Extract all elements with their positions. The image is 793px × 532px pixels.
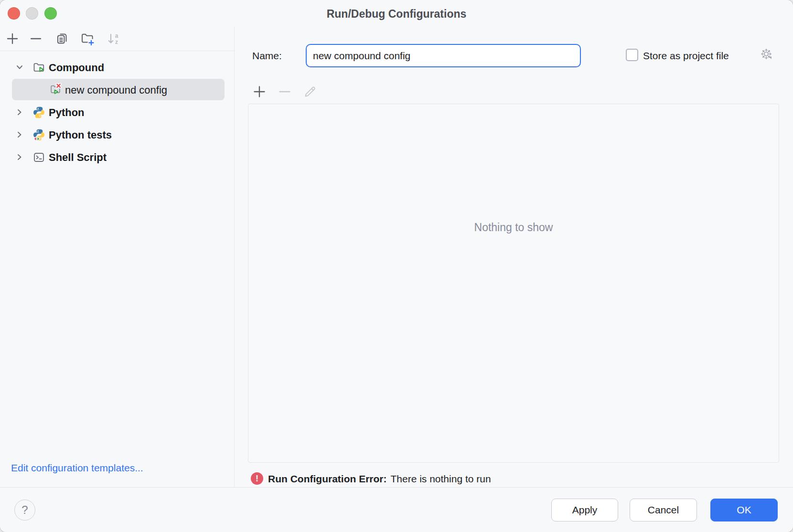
run-debug-configurations-dialog: Run/Debug Configurations [0, 0, 793, 532]
plus-icon [6, 32, 19, 45]
store-options-button[interactable] [759, 47, 775, 63]
compound-configurations-list: Nothing to show [248, 104, 779, 463]
shell-script-icon [32, 151, 45, 164]
edit-configuration-templates-link[interactable]: Edit configuration templates... [11, 462, 143, 474]
tree-item-shell-script[interactable]: Shell Script [0, 146, 234, 169]
compound-folder-icon [32, 61, 45, 74]
chevron-right-icon[interactable] [15, 107, 24, 117]
cancel-button[interactable]: Cancel [630, 499, 697, 521]
error-icon: ! [251, 472, 263, 485]
invalid-compound-config-icon [49, 83, 62, 96]
chevron-right-icon[interactable] [15, 152, 24, 162]
name-input[interactable] [306, 44, 581, 67]
copy-configuration-button[interactable] [55, 32, 69, 46]
svg-text:z: z [115, 39, 118, 45]
configurations-sidebar: a z Compound new compound con [0, 27, 234, 487]
tree-item-new-compound-config[interactable]: new compound config [0, 79, 234, 101]
help-button[interactable]: ? [14, 500, 35, 521]
tree-item-label: Python tests [49, 124, 112, 146]
error-detail: There is nothing to run [390, 473, 491, 484]
python-tests-icon [32, 128, 45, 141]
store-as-project-file-label: Store as project file [643, 44, 729, 67]
tree-item-compound[interactable]: Compound [0, 56, 234, 79]
plus-icon [252, 85, 267, 99]
sidebar-toolbar-divider [0, 51, 234, 51]
svg-text:a: a [115, 32, 118, 39]
apply-button[interactable]: Apply [551, 499, 618, 521]
edit-run-configuration-button[interactable] [302, 84, 317, 99]
add-configuration-button[interactable] [5, 32, 20, 46]
dialog-title: Run/Debug Configurations [0, 0, 793, 27]
new-folder-icon [80, 32, 95, 46]
new-folder-button[interactable] [80, 32, 95, 46]
pencil-icon [303, 85, 317, 99]
panel-divider [234, 27, 235, 487]
tree-item-label: Python [49, 101, 85, 124]
error-message: Run Configuration Error:There is nothing… [268, 472, 491, 485]
tree-item-python-tests[interactable]: Python tests [0, 124, 234, 146]
gear-icon [759, 47, 775, 63]
error-title: Run Configuration Error: [268, 473, 386, 484]
footer-divider [0, 487, 793, 488]
tree-item-label: Shell Script [49, 146, 107, 169]
tree-item-label: new compound config [65, 79, 167, 101]
remove-run-configuration-button[interactable] [277, 84, 292, 99]
chevron-right-icon[interactable] [15, 130, 24, 139]
ok-button[interactable]: OK [710, 499, 778, 521]
copy-icon [55, 32, 69, 45]
title-bar: Run/Debug Configurations [0, 0, 793, 27]
sort-configurations-button[interactable]: a z [107, 32, 121, 46]
add-run-configuration-button[interactable] [252, 84, 267, 99]
tree-item-python[interactable]: Python [0, 101, 234, 124]
python-icon [32, 106, 45, 119]
store-as-project-file-checkbox[interactable] [626, 49, 638, 61]
minus-icon [29, 32, 43, 45]
remove-configuration-button[interactable] [29, 32, 43, 46]
chevron-down-icon[interactable] [15, 63, 24, 72]
sort-az-icon: a z [107, 32, 121, 46]
minus-icon [278, 85, 292, 99]
tree-item-label: Compound [49, 56, 104, 79]
name-field-label: Name: [252, 44, 282, 67]
empty-state-message: Nothing to show [248, 221, 779, 234]
